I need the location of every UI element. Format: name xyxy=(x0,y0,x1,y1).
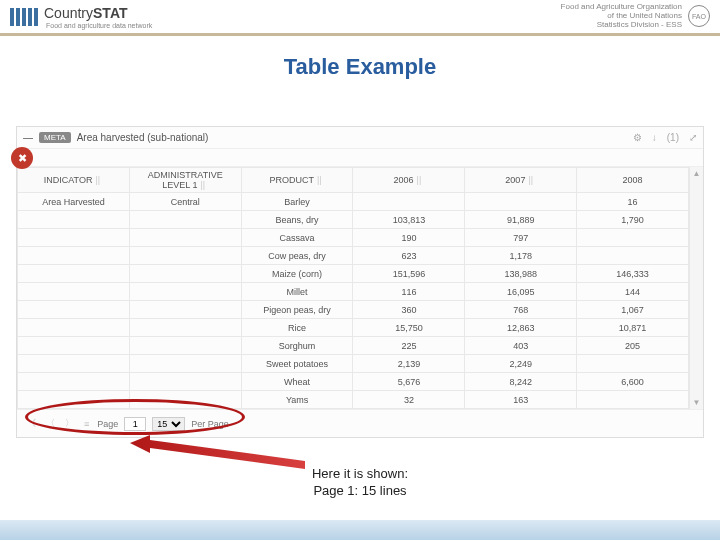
table-row: Sweet potatoes2,1392,249 xyxy=(18,355,689,373)
meta-badge[interactable]: META xyxy=(39,132,71,143)
cell-2006 xyxy=(353,193,465,211)
cell-indicator xyxy=(18,301,130,319)
cell-2007: 403 xyxy=(465,337,577,355)
cell-2008 xyxy=(577,355,689,373)
cell-indicator xyxy=(18,391,130,409)
expand-icon[interactable]: ⤢ xyxy=(689,132,697,143)
cell-admin xyxy=(129,355,241,373)
cell-admin xyxy=(129,319,241,337)
cell-indicator xyxy=(18,211,130,229)
col-indicator[interactable]: INDICATOR|| xyxy=(18,168,130,193)
cell-2006: 360 xyxy=(353,301,465,319)
cell-admin xyxy=(129,337,241,355)
cell-admin xyxy=(129,265,241,283)
vertical-scrollbar[interactable]: ▲ ▼ xyxy=(689,167,703,409)
cell-2008 xyxy=(577,391,689,409)
cell-admin xyxy=(129,247,241,265)
cell-2007: 2,249 xyxy=(465,355,577,373)
cell-2007: 8,242 xyxy=(465,373,577,391)
page-next-button[interactable]: 〉 xyxy=(63,417,76,430)
cell-2006: 225 xyxy=(353,337,465,355)
count-badge: (1) xyxy=(667,132,679,143)
brand-tagline: Food and agriculture data network xyxy=(46,22,152,29)
page-menu-icon[interactable]: ≡ xyxy=(82,419,91,429)
cell-2007: 1,178 xyxy=(465,247,577,265)
cell-2007: 163 xyxy=(465,391,577,409)
gear-icon[interactable]: ⚙ xyxy=(633,132,642,143)
cell-2006: 5,676 xyxy=(353,373,465,391)
table-row: Maize (corn)151,596138,988146,333 xyxy=(18,265,689,283)
cell-2007: 16,095 xyxy=(465,283,577,301)
cell-admin xyxy=(129,211,241,229)
per-page-label: Per Page xyxy=(191,419,229,429)
cell-2006: 103,813 xyxy=(353,211,465,229)
page-prev-button[interactable]: 〈 xyxy=(44,417,57,430)
cell-product: Wheat xyxy=(241,373,353,391)
cell-2006: 623 xyxy=(353,247,465,265)
download-icon[interactable]: ↓ xyxy=(652,132,657,143)
org-text: Food and Agriculture Organization of the… xyxy=(561,3,682,29)
data-panel: — META Area harvested (sub-national) ⚙ ↓… xyxy=(16,126,704,438)
cell-2008: 10,871 xyxy=(577,319,689,337)
cell-admin: Central xyxy=(129,193,241,211)
cell-indicator xyxy=(18,229,130,247)
cell-indicator: Area Harvested xyxy=(18,193,130,211)
cell-product: Beans, dry xyxy=(241,211,353,229)
table-row: Sorghum225403205 xyxy=(18,337,689,355)
cell-2007: 138,988 xyxy=(465,265,577,283)
cell-2007: 768 xyxy=(465,301,577,319)
scroll-down-icon[interactable]: ▼ xyxy=(693,396,701,409)
cell-product: Pigeon peas, dry xyxy=(241,301,353,319)
per-page-select[interactable]: 15 xyxy=(152,417,185,431)
scroll-up-icon[interactable]: ▲ xyxy=(693,167,701,180)
cell-indicator xyxy=(18,265,130,283)
table-row: Wheat5,6768,2426,600 xyxy=(18,373,689,391)
footer-bar xyxy=(0,520,720,540)
col-2007[interactable]: 2007|| xyxy=(465,168,577,193)
page-header: CountrySTAT Food and agriculture data ne… xyxy=(0,0,720,36)
col-product[interactable]: PRODUCT|| xyxy=(241,168,353,193)
brand-text: CountrySTAT Food and agriculture data ne… xyxy=(44,4,152,29)
cell-2008: 6,600 xyxy=(577,373,689,391)
cell-2007: 12,863 xyxy=(465,319,577,337)
table-row: Area HarvestedCentralBarley16 xyxy=(18,193,689,211)
org-block: Food and Agriculture Organization of the… xyxy=(561,3,710,29)
collapse-icon[interactable]: — xyxy=(23,132,33,143)
brand-block: CountrySTAT Food and agriculture data ne… xyxy=(10,4,152,29)
cell-product: Rice xyxy=(241,319,353,337)
cell-product: Sorghum xyxy=(241,337,353,355)
table-row: Pigeon peas, dry3607681,067 xyxy=(18,301,689,319)
page-first-button[interactable]: 《 xyxy=(25,417,38,430)
cell-2007 xyxy=(465,193,577,211)
table-row: Cassava190797 xyxy=(18,229,689,247)
cell-2006: 32 xyxy=(353,391,465,409)
table-row: Beans, dry103,81391,8891,790 xyxy=(18,211,689,229)
cell-2008: 205 xyxy=(577,337,689,355)
table-row: Cow peas, dry6231,178 xyxy=(18,247,689,265)
fao-emblem-icon: FAO xyxy=(688,5,710,27)
cell-product: Millet xyxy=(241,283,353,301)
col-2008[interactable]: 2008 xyxy=(577,168,689,193)
page-label: Page xyxy=(97,419,118,429)
cell-product: Sweet potatoes xyxy=(241,355,353,373)
cell-product: Barley xyxy=(241,193,353,211)
col-2006[interactable]: 2006|| xyxy=(353,168,465,193)
col-admin[interactable]: ADMINISTRATIVE LEVEL 1|| xyxy=(129,168,241,193)
dataset-title: Area harvested (sub-national) xyxy=(77,132,209,143)
cell-admin xyxy=(129,301,241,319)
data-table: INDICATOR|| ADMINISTRATIVE LEVEL 1|| PRO… xyxy=(17,167,689,409)
panel-header: — META Area harvested (sub-national) ⚙ ↓… xyxy=(17,127,703,149)
cell-2008: 1,067 xyxy=(577,301,689,319)
cell-product: Cassava xyxy=(241,229,353,247)
tools-button[interactable]: ✖ xyxy=(11,147,33,169)
cell-2006: 2,139 xyxy=(353,355,465,373)
cell-2008: 146,333 xyxy=(577,265,689,283)
page-input[interactable] xyxy=(124,417,146,431)
cell-indicator xyxy=(18,355,130,373)
cell-2006: 151,596 xyxy=(353,265,465,283)
cell-product: Cow peas, dry xyxy=(241,247,353,265)
cell-admin xyxy=(129,283,241,301)
cell-product: Yams xyxy=(241,391,353,409)
pager: 《 〈 〉 ≡ Page 15 Per Page xyxy=(17,409,703,437)
cell-2008 xyxy=(577,247,689,265)
